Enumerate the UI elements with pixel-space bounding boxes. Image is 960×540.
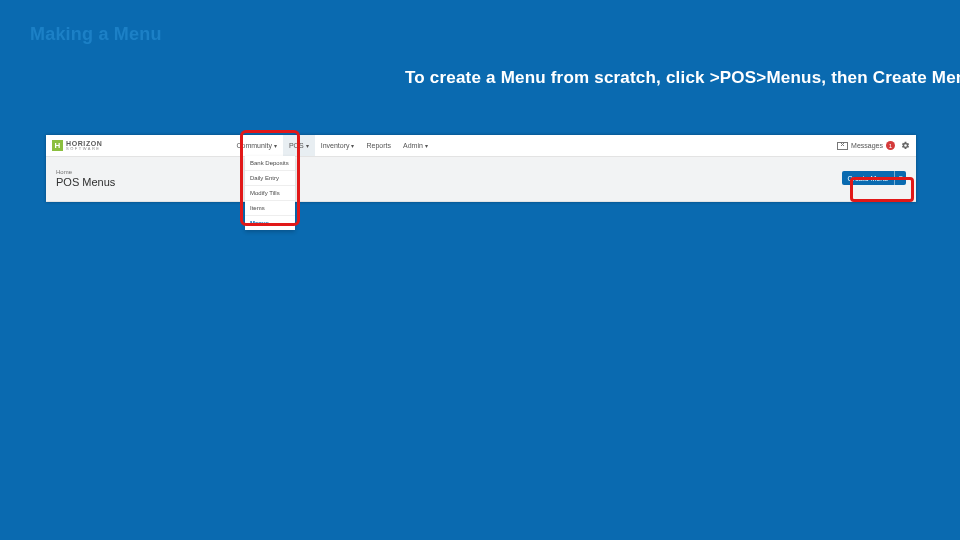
primary-nav: Community ▾ POS ▾ Inventory ▾ Reports Ad… bbox=[230, 135, 433, 156]
envelope-icon bbox=[837, 142, 848, 150]
breadcrumb[interactable]: Home bbox=[56, 169, 115, 175]
nav-pos[interactable]: POS ▾ bbox=[283, 135, 315, 156]
nav-admin[interactable]: Admin ▾ bbox=[397, 135, 434, 156]
gear-icon[interactable] bbox=[901, 141, 910, 150]
subheader-left: Home POS Menus bbox=[56, 169, 115, 188]
app-screenshot: H HORIZON SOFTWARE Community ▾ POS ▾ Inv… bbox=[46, 135, 916, 202]
page-title: POS Menus bbox=[56, 176, 115, 188]
nav-inventory-label: Inventory bbox=[321, 142, 350, 149]
dropdown-menus[interactable]: Menus bbox=[245, 215, 295, 230]
topbar: H HORIZON SOFTWARE Community ▾ POS ▾ Inv… bbox=[46, 135, 916, 157]
brand-logo[interactable]: H HORIZON SOFTWARE bbox=[46, 140, 110, 151]
nav-inventory[interactable]: Inventory ▾ bbox=[315, 135, 361, 156]
dropdown-items[interactable]: Items bbox=[245, 200, 295, 215]
dropdown-bank-deposits[interactable]: Bank Deposits bbox=[245, 156, 295, 170]
messages-link[interactable]: Messages 1 bbox=[837, 141, 895, 150]
chevron-down-icon: ▾ bbox=[274, 142, 277, 149]
slide: Making a Menu To create a Menu from scra… bbox=[0, 0, 960, 540]
topbar-right: Messages 1 bbox=[837, 141, 916, 150]
chevron-down-icon: ▾ bbox=[899, 174, 903, 182]
nav-community[interactable]: Community ▾ bbox=[230, 135, 282, 156]
chevron-down-icon: ▾ bbox=[351, 142, 354, 149]
logo-mark: H bbox=[52, 140, 63, 151]
chevron-down-icon: ▾ bbox=[425, 142, 428, 149]
nav-reports[interactable]: Reports bbox=[360, 135, 397, 156]
nav-admin-label: Admin bbox=[403, 142, 423, 149]
messages-badge: 1 bbox=[886, 141, 895, 150]
subheader-right: Create Menu ▾ bbox=[842, 171, 906, 185]
logo-sub: SOFTWARE bbox=[66, 147, 102, 151]
slide-title: Making a Menu bbox=[30, 24, 162, 45]
chevron-down-icon: ▾ bbox=[306, 142, 309, 149]
create-menu-label: Create Menu bbox=[842, 171, 894, 185]
nav-pos-label: POS bbox=[289, 142, 304, 149]
dropdown-daily-entry[interactable]: Daily Entry bbox=[245, 170, 295, 185]
create-menu-button[interactable]: Create Menu ▾ bbox=[842, 171, 906, 185]
page-subheader: Home POS Menus Create Menu ▾ bbox=[46, 157, 916, 202]
nav-community-label: Community bbox=[236, 142, 271, 149]
dropdown-modify-tills[interactable]: Modify Tills bbox=[245, 185, 295, 200]
pos-dropdown: Bank Deposits Daily Entry Modify Tills I… bbox=[245, 156, 295, 230]
messages-label: Messages bbox=[851, 142, 883, 149]
create-menu-dropdown-toggle[interactable]: ▾ bbox=[894, 171, 906, 185]
nav-reports-label: Reports bbox=[366, 142, 391, 149]
slide-instruction: To create a Menu from scratch, click >PO… bbox=[405, 68, 960, 88]
